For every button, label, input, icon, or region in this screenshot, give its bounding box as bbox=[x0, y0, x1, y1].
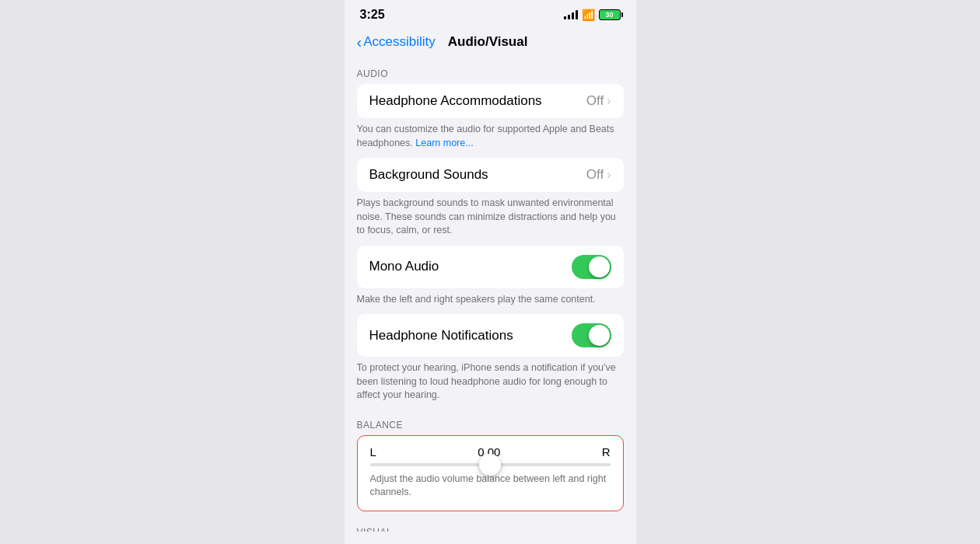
background-sounds-card: Background Sounds Off › bbox=[357, 158, 624, 192]
balance-slider-fill-right bbox=[492, 463, 610, 466]
background-sounds-row[interactable]: Background Sounds Off › bbox=[357, 158, 624, 192]
balance-right-label: R bbox=[602, 445, 611, 459]
balance-card: L 0.00 R Adjust the audio volume balance… bbox=[357, 435, 624, 511]
signal-bar-4 bbox=[576, 10, 578, 19]
headphone-accommodations-row[interactable]: Headphone Accommodations Off › bbox=[357, 84, 624, 118]
headphone-notifications-desc: To protect your hearing, iPhone sends a … bbox=[345, 357, 636, 410]
back-label: Accessibility bbox=[363, 34, 436, 50]
signal-bar-3 bbox=[572, 12, 574, 19]
status-time: 3:25 bbox=[360, 8, 385, 22]
signal-bars-icon bbox=[564, 10, 578, 19]
scroll-area: AUDIO Headphone Accommodations Off › You… bbox=[345, 59, 636, 532]
signal-bar-2 bbox=[568, 15, 570, 19]
battery-icon: 30 bbox=[599, 9, 621, 20]
background-sounds-label: Background Sounds bbox=[369, 167, 488, 183]
balance-slider-track bbox=[370, 463, 611, 466]
headphone-notifications-row: Headphone Notifications bbox=[357, 314, 624, 357]
mono-audio-toggle[interactable] bbox=[572, 255, 611, 279]
spacer bbox=[345, 511, 636, 518]
mono-audio-desc: Make the left and right speakers play th… bbox=[345, 288, 636, 315]
headphone-notifications-card: Headphone Notifications bbox=[357, 314, 624, 357]
mono-audio-card: Mono Audio bbox=[357, 246, 624, 288]
wifi-icon: 📶 bbox=[582, 9, 595, 21]
mono-audio-row: Mono Audio bbox=[357, 246, 624, 288]
signal-bar-1 bbox=[564, 16, 566, 19]
background-sounds-chevron-icon: › bbox=[607, 168, 611, 182]
nav-header: ‹ Accessibility Audio/Visual bbox=[345, 28, 636, 59]
status-bar: 3:25 📶 30 bbox=[345, 0, 636, 28]
headphone-accommodations-label: Headphone Accommodations bbox=[369, 93, 542, 109]
mono-audio-toggle-thumb bbox=[589, 256, 610, 277]
headphone-accommodations-right: Off › bbox=[586, 93, 611, 109]
audio-settings-card: Headphone Accommodations Off › bbox=[357, 84, 624, 118]
headphone-notifications-toggle-thumb bbox=[589, 325, 610, 346]
phone-frame: 3:25 📶 30 ‹ Accessibility Audio/Visual A… bbox=[345, 0, 636, 544]
status-icons: 📶 30 bbox=[564, 9, 621, 21]
background-sounds-desc: Plays background sounds to mask unwanted… bbox=[345, 192, 636, 246]
balance-content: L 0.00 R Adjust the audio volume balance… bbox=[358, 436, 623, 511]
section-header-balance: BALANCE bbox=[345, 410, 636, 435]
mono-audio-label: Mono Audio bbox=[369, 259, 439, 274]
headphone-notifications-toggle[interactable] bbox=[572, 323, 611, 347]
balance-description: Adjust the audio volume balance between … bbox=[370, 473, 611, 500]
headphone-notifications-label: Headphone Notifications bbox=[369, 328, 513, 343]
learn-more-link[interactable]: Learn more... bbox=[415, 138, 473, 148]
back-button[interactable]: ‹ Accessibility bbox=[357, 34, 436, 50]
balance-slider-fill-left bbox=[370, 463, 488, 466]
balance-slider-thumb[interactable] bbox=[479, 454, 501, 476]
page-title: Audio/Visual bbox=[448, 34, 528, 50]
headphone-accommodations-value: Off bbox=[586, 93, 604, 109]
back-chevron-icon: ‹ bbox=[357, 34, 362, 50]
background-sounds-right: Off › bbox=[586, 167, 611, 183]
battery-level: 30 bbox=[605, 11, 613, 19]
section-header-audio: AUDIO bbox=[345, 59, 636, 84]
headphone-accommodations-desc: You can customize the audio for supporte… bbox=[345, 118, 636, 158]
section-header-visual: VISUAL bbox=[345, 518, 636, 532]
background-sounds-value: Off bbox=[586, 167, 604, 183]
headphone-accommodations-chevron-icon: › bbox=[607, 94, 611, 108]
balance-left-label: L bbox=[370, 445, 376, 459]
